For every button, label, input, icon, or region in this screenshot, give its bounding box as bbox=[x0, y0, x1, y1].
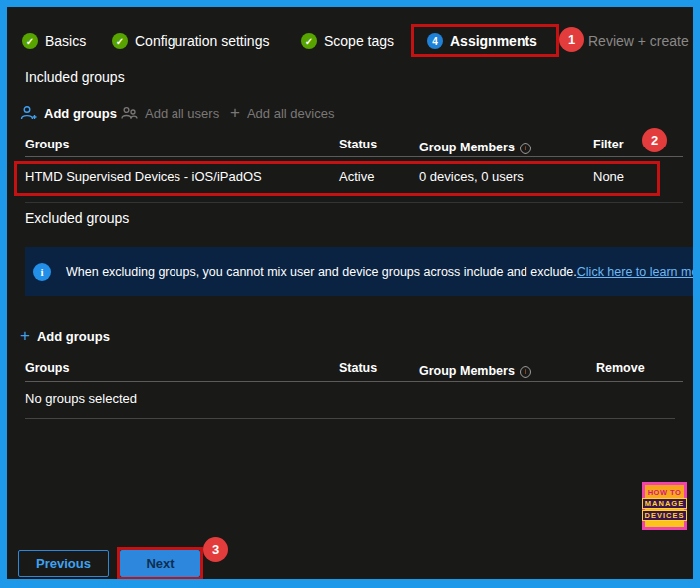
add-groups-button[interactable]: Add groups bbox=[20, 101, 117, 125]
excluded-add-groups-button[interactable]: + Add groups bbox=[20, 324, 110, 348]
tab-assignments[interactable]: 4 Assignments bbox=[427, 30, 537, 52]
divider bbox=[25, 418, 675, 419]
tab-configuration-settings[interactable]: ✓ Configuration settings bbox=[112, 30, 269, 52]
button-label: Add all devices bbox=[247, 106, 334, 121]
plus-icon: + bbox=[230, 105, 240, 121]
check-icon: ✓ bbox=[112, 33, 128, 49]
button-label: Add groups bbox=[44, 106, 117, 121]
logo-text-devices: DEVICES bbox=[642, 510, 688, 521]
tab-label: Basics bbox=[45, 33, 86, 49]
learn-more-link[interactable]: Click here to learn more abo bbox=[577, 265, 693, 279]
info-tooltip-icon[interactable]: i bbox=[520, 366, 531, 378]
logo-text-how-to: HOW TO bbox=[648, 488, 682, 497]
info-icon: i bbox=[33, 263, 51, 281]
step-number-icon: 4 bbox=[427, 33, 443, 49]
check-icon: ✓ bbox=[301, 33, 317, 49]
column-header-group-members: Group Membersi bbox=[419, 138, 531, 155]
excluded-groups-heading: Excluded groups bbox=[25, 210, 129, 226]
info-banner-text: When excluding groups, you cannot mix us… bbox=[66, 265, 577, 279]
previous-button[interactable]: Previous bbox=[18, 550, 109, 577]
column-header-groups: Groups bbox=[25, 361, 69, 375]
add-all-users-button[interactable]: Add all users bbox=[121, 101, 219, 125]
assignments-page: ✓ Basics ✓ Configuration settings ✓ Scop… bbox=[7, 7, 693, 579]
button-label: Add groups bbox=[37, 329, 110, 344]
divider bbox=[25, 202, 683, 203]
included-groups-heading: Included groups bbox=[25, 69, 125, 85]
tab-label: Review + create bbox=[588, 33, 689, 49]
htmd-logo: HOW TO MANAGE DEVICES bbox=[642, 482, 687, 530]
tab-label: Configuration settings bbox=[135, 33, 269, 49]
column-header-groups: Groups bbox=[25, 138, 69, 151]
annotation-box-group-row bbox=[14, 161, 660, 196]
window-frame: ✓ Basics ✓ Configuration settings ✓ Scop… bbox=[0, 0, 700, 588]
info-tooltip-icon[interactable]: i bbox=[520, 143, 531, 154]
tab-basics[interactable]: ✓ Basics bbox=[22, 30, 86, 52]
check-icon: ✓ bbox=[22, 33, 38, 49]
tab-scope-tags[interactable]: ✓ Scope tags bbox=[301, 30, 394, 52]
column-header-filter: Filter bbox=[593, 138, 624, 151]
next-button[interactable]: Next bbox=[120, 550, 200, 577]
empty-state-text: No groups selected bbox=[25, 391, 137, 406]
annotation-badge-3: 3 bbox=[203, 537, 228, 562]
person-add-icon bbox=[20, 105, 37, 121]
tab-label: Assignments bbox=[450, 33, 537, 49]
column-header-status: Status bbox=[339, 138, 377, 151]
annotation-badge-1: 1 bbox=[559, 27, 584, 52]
plus-icon: + bbox=[20, 328, 30, 344]
logo-text-manage: MANAGE bbox=[642, 498, 687, 509]
divider bbox=[25, 156, 683, 157]
button-label: Add all users bbox=[145, 106, 219, 121]
tab-label: Scope tags bbox=[324, 33, 394, 49]
divider bbox=[25, 381, 683, 382]
info-banner: i When excluding groups, you cannot mix … bbox=[25, 247, 693, 296]
column-header-status: Status bbox=[339, 361, 377, 375]
annotation-badge-2: 2 bbox=[642, 128, 667, 152]
column-header-group-members: Group Membersi bbox=[419, 361, 531, 379]
add-all-devices-button[interactable]: + Add all devices bbox=[230, 101, 334, 125]
column-header-remove: Remove bbox=[596, 361, 645, 375]
people-icon bbox=[121, 105, 138, 121]
